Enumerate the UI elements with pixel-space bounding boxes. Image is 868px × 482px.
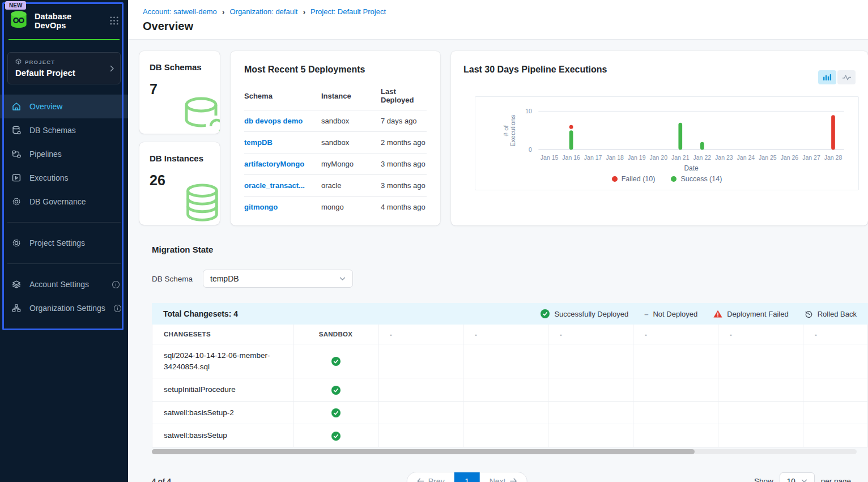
sidebar-item-project-settings[interactable]: Project Settings <box>0 231 128 255</box>
next-page-button[interactable]: Next <box>480 472 527 482</box>
column-header-empty-7: - <box>803 325 868 344</box>
svg-text:10: 10 <box>525 108 532 114</box>
info-icon[interactable] <box>113 304 122 313</box>
changesets-summary-bar: Total Changesets: 4 Successfully Deploye… <box>152 303 868 325</box>
project-selector[interactable]: PROJECT Default Project <box>7 52 121 84</box>
empty-cell <box>803 378 868 402</box>
database-devops-logo-icon <box>8 10 29 31</box>
empty-cell <box>718 378 803 402</box>
table-row: sql/2024-10-14-12-06-member-34240854.sql <box>152 344 868 378</box>
sidebar-item-account-settings[interactable]: Account Settings <box>0 272 128 296</box>
empty-cell <box>718 344 803 378</box>
prev-page-button[interactable]: Prev <box>407 472 454 482</box>
table-row: setupInitialProcedure <box>152 378 868 402</box>
db-schema-select[interactable]: tempDB <box>203 270 353 288</box>
table-row: tempDB sandbox 2 months ago <box>244 132 427 153</box>
empty-cell <box>548 378 633 402</box>
breadcrumb-link-account[interactable]: Account: satwell-demo <box>143 7 217 16</box>
column-header-sandbox: SANDBOX <box>293 325 378 344</box>
empty-cell <box>548 401 633 424</box>
check-circle-icon <box>331 357 341 366</box>
sidebar-item-overview[interactable]: Overview <box>0 95 128 118</box>
sidebar-item-executions[interactable]: Executions <box>0 166 128 190</box>
breadcrumb-link-organization[interactable]: Organization: default <box>229 7 297 16</box>
chevron-right-icon <box>110 65 114 72</box>
sidebar: NEW Database DevOps PROJECT Default Proj… <box>0 0 128 482</box>
svg-text:Jan 17: Jan 17 <box>584 154 602 161</box>
sidebar-item-label: Organization Settings <box>29 304 105 313</box>
svg-text:Jan 26: Jan 26 <box>781 154 799 161</box>
svg-text:0: 0 <box>529 146 532 153</box>
chevron-down-icon <box>801 479 807 482</box>
main-area: Account: satwell-demo›Organization: defa… <box>128 0 868 482</box>
page-size-value: 10 <box>787 477 795 482</box>
last-deployed-cell: 3 months ago <box>381 153 427 175</box>
check-circle-icon <box>331 386 341 395</box>
table-row: artifactoryMongo myMongo 3 months ago <box>244 153 427 175</box>
new-badge: NEW <box>5 1 26 10</box>
recent-deployments-card: Most Recent 5 Deployments Schema Instanc… <box>231 51 440 225</box>
page-size-select[interactable]: 10 <box>780 472 815 482</box>
breadcrumb: Account: satwell-demo›Organization: defa… <box>143 7 868 16</box>
line-chart-icon[interactable] <box>837 70 856 84</box>
status-legend-label: Not Deployed <box>653 310 697 318</box>
schema-link[interactable]: db devops demo <box>244 117 303 125</box>
sidebar-item-label: Executions <box>29 173 68 182</box>
svg-text:Jan 25: Jan 25 <box>759 154 777 161</box>
prev-label: Prev <box>428 477 445 482</box>
empty-cell <box>463 424 548 447</box>
empty-cell <box>463 378 548 402</box>
executions-bar-chart: 010# ofExecutionsJan 15Jan 16Jan 17Jan 1… <box>480 104 854 173</box>
breadcrumb-link-project[interactable]: Project: Default Project <box>310 7 386 16</box>
legend-dot-icon <box>612 176 618 182</box>
empty-cell <box>803 424 868 447</box>
stat-value: 26 <box>150 172 220 189</box>
sidebar-nav-scope: Account Settings Organization Settings <box>0 272 128 320</box>
db-schemas-card: DB Schemas 7 <box>139 51 220 134</box>
svg-text:Jan 21: Jan 21 <box>671 154 690 161</box>
db-schema-label: DB Schema <box>152 275 193 283</box>
rollback-icon <box>805 310 813 318</box>
stat-cards-column: DB Schemas 7 DB Instances 26 <box>139 51 220 225</box>
empty-cell <box>463 344 548 378</box>
page-1-button[interactable]: 1 <box>454 472 480 482</box>
schema-link[interactable]: gitmongo <box>244 203 278 211</box>
schema-link[interactable]: tempDB <box>244 138 273 147</box>
svg-text:Jan 19: Jan 19 <box>628 154 646 161</box>
horizontal-scrollbar-thumb[interactable] <box>152 449 695 454</box>
sidebar-item-label: Overview <box>29 102 62 111</box>
last-deployed-cell: 7 days ago <box>381 110 427 132</box>
instance-cell: myMongo <box>321 153 381 175</box>
app-switcher-grid-icon[interactable] <box>109 16 119 25</box>
check-circle-icon <box>541 309 550 318</box>
status-legend-label: Successfully Deployed <box>554 310 628 318</box>
status-legend-successfully-deployed: Successfully Deployed <box>541 309 628 318</box>
sidebar-item-organization-settings[interactable]: Organization Settings <box>0 296 128 320</box>
status-legend-deployment-failed: Deployment Failed <box>713 310 788 318</box>
schema-link[interactable]: oracle_transact... <box>244 181 305 190</box>
sidebar-item-pipelines[interactable]: Pipelines <box>0 142 128 166</box>
sidebar-item-db-governance[interactable]: DB Governance <box>0 190 128 214</box>
table-row: gitmongo mongo 4 months ago <box>244 197 427 218</box>
arrow-right-icon <box>509 477 517 482</box>
info-icon[interactable] <box>112 280 120 289</box>
sidebar-divider <box>7 222 121 223</box>
db-schema-selected-value: tempDB <box>210 274 239 283</box>
pagination-row: 4 of 4 Prev 1 Next Show <box>152 471 868 482</box>
empty-cell <box>548 424 633 447</box>
sidebar-item-db-schemas[interactable]: DB Schemas <box>0 118 128 142</box>
horizontal-scrollbar-track[interactable] <box>152 449 857 454</box>
pagination-count: 4 of 4 <box>152 477 171 482</box>
svg-text:Jan 20: Jan 20 <box>649 154 667 161</box>
legend-item: Success (14) <box>671 175 722 183</box>
status-legend-rolled-back: Rolled Back <box>805 310 857 318</box>
org-icon <box>11 303 22 313</box>
chart-legend: Failed (10)Success (14) <box>480 175 854 186</box>
check-circle-icon <box>331 432 341 441</box>
changeset-name: satwell:basisSetup-2 <box>152 401 293 424</box>
topbar: Account: satwell-demo›Organization: defa… <box>128 0 868 40</box>
project-label: PROJECT <box>25 59 55 65</box>
schema-link[interactable]: artifactoryMongo <box>244 160 304 168</box>
content: DB Schemas 7 DB Instances 26 Most Recent… <box>128 40 868 482</box>
bar-chart-icon[interactable] <box>818 70 836 84</box>
